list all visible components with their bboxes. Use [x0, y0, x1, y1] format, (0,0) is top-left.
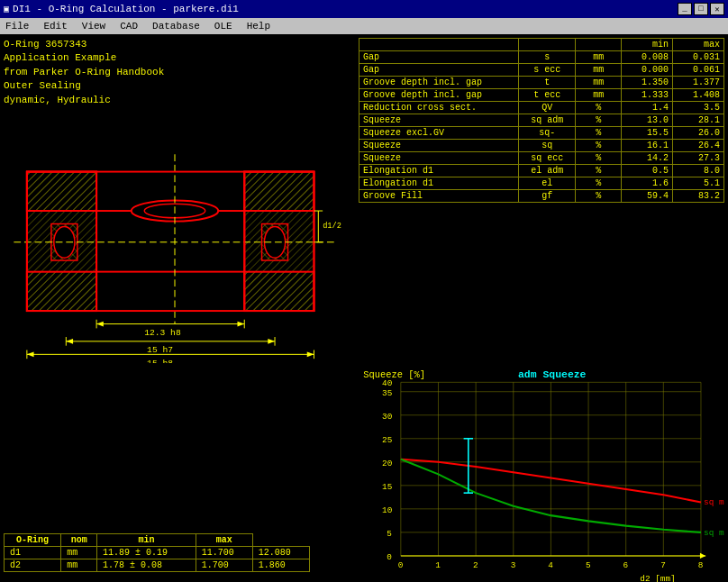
svg-marker-31 — [66, 339, 73, 344]
table-cell: mm — [576, 89, 622, 102]
table-cell: % — [576, 140, 622, 152]
info-line4: Outer Sealing — [4, 79, 355, 93]
svg-text:0: 0 — [398, 560, 404, 570]
content-area: O-Ring 3657343 Application Example from … — [0, 34, 728, 582]
table-cell: 26.4 — [673, 140, 724, 152]
table-cell: s ecc — [519, 64, 576, 77]
table-cell: QV — [519, 102, 576, 114]
oring-cell: 1.78 ± 0.08 — [97, 559, 196, 571]
title-bar-controls: _ □ ✕ — [678, 3, 724, 15]
svg-text:sq max: sq max — [704, 497, 724, 507]
svg-text:4: 4 — [548, 560, 553, 570]
table-cell: 1.350 — [622, 77, 673, 89]
svg-text:sq min: sq min — [704, 528, 724, 538]
oring-cell: d2 — [5, 559, 61, 571]
info-line5: dynamic, Hydraulic — [4, 94, 355, 107]
svg-text:d2 [mm]: d2 [mm] — [640, 574, 675, 582]
table-cell: 28.1 — [673, 114, 724, 127]
table-cell: 16.1 — [622, 140, 673, 152]
svg-marker-32 — [268, 339, 275, 344]
table-row: Groove Fillgf%59.483.2 — [359, 190, 724, 203]
table-row: Squeeze excl.GVsq-%15.526.0 — [359, 127, 724, 140]
oring-col3: min — [97, 533, 196, 546]
table-cell: Groove depth incl. gap — [359, 89, 519, 102]
table-cell: t — [519, 77, 576, 89]
table-cell: mm — [576, 64, 622, 77]
chart-section: Squeeze [%] adm Squeeze — [359, 362, 724, 582]
oring-col4: max — [196, 533, 252, 546]
oring-row: d2mm1.78 ± 0.081.7001.860 — [5, 559, 310, 571]
svg-text:Squeeze [%]: Squeeze [%] — [363, 369, 425, 380]
oring-cell: 12.080 — [252, 546, 309, 559]
maximize-button[interactable]: □ — [694, 3, 708, 15]
close-button[interactable]: ✕ — [710, 3, 724, 15]
table-cell: % — [576, 127, 622, 140]
table-cell: Gap — [359, 64, 519, 77]
table-cell: Elongation d1 — [359, 177, 519, 190]
table-cell: 1.377 — [673, 77, 724, 89]
table-cell: 1.6 — [622, 177, 673, 190]
svg-rect-3 — [27, 172, 96, 211]
right-panel: min max Gapsmm0.0080.031Gaps eccmm0.0000… — [359, 38, 724, 362]
svg-text:6: 6 — [623, 560, 629, 570]
table-cell: 0.061 — [673, 64, 724, 77]
svg-text:15  h7: 15 h7 — [147, 345, 173, 355]
table-cell: el adm — [519, 165, 576, 177]
menu-bar: File Edit View CAD Database OLE Help — [0, 18, 728, 34]
menu-edit[interactable]: Edit — [40, 20, 70, 32]
table-cell: s — [519, 51, 576, 64]
svg-marker-38 — [307, 351, 314, 357]
table-cell: 8.0 — [673, 165, 724, 177]
svg-text:15: 15 — [382, 482, 393, 492]
svg-text:30: 30 — [382, 412, 393, 422]
svg-rect-46 — [359, 363, 724, 582]
table-cell: 83.2 — [673, 190, 724, 203]
table-cell: % — [576, 165, 622, 177]
svg-marker-26 — [238, 322, 245, 327]
svg-rect-7 — [244, 272, 314, 311]
table-cell: 1.408 — [673, 89, 724, 102]
svg-text:20: 20 — [382, 459, 393, 468]
oring-cell: 1.860 — [252, 559, 309, 571]
col-max: max — [673, 39, 724, 51]
menu-cad[interactable]: CAD — [116, 20, 141, 32]
table-cell: 59.4 — [622, 190, 673, 203]
table-cell: mm — [576, 77, 622, 89]
col-min: min — [622, 39, 673, 51]
table-cell: sq adm — [519, 114, 576, 127]
svg-marker-37 — [27, 351, 34, 357]
menu-file[interactable]: File — [2, 20, 32, 32]
svg-text:10: 10 — [382, 505, 393, 515]
table-cell: 0.000 — [622, 64, 673, 77]
table-cell: Reduction cross sect. — [359, 102, 519, 114]
table-row: Squeezesq adm%13.028.1 — [359, 114, 724, 127]
menu-help[interactable]: Help — [243, 20, 274, 32]
svg-text:40: 40 — [382, 378, 393, 388]
svg-marker-25 — [96, 322, 104, 327]
table-cell: 27.3 — [673, 152, 724, 165]
table-row: Gaps eccmm0.0000.061 — [359, 64, 724, 77]
svg-text:d1/2: d1/2 — [323, 222, 341, 231]
table-cell: Elongation d1 — [359, 165, 519, 177]
oring-cell: 11.700 — [196, 546, 252, 559]
svg-text:5: 5 — [387, 529, 392, 539]
svg-text:0: 0 — [387, 552, 392, 562]
menu-ole[interactable]: OLE — [211, 20, 236, 32]
col-symbol — [519, 39, 576, 51]
table-cell: % — [576, 102, 622, 114]
oring-cell: mm — [61, 559, 97, 571]
table-row: Squeezesq%16.126.4 — [359, 140, 724, 152]
svg-text:5: 5 — [586, 560, 591, 570]
table-cell: 14.2 — [622, 152, 673, 165]
oring-table: O-Ring nom min max d1mm11.89 ± 0.1911.70… — [4, 533, 310, 572]
menu-view[interactable]: View — [78, 20, 109, 32]
minimize-button[interactable]: _ — [678, 3, 692, 15]
table-cell: Squeeze excl.GV — [359, 127, 519, 140]
table-cell: 1.4 — [622, 102, 673, 114]
table-cell: 3.5 — [673, 102, 724, 114]
info-line2: Application Example — [4, 51, 355, 65]
table-cell: 0.031 — [673, 51, 724, 64]
oring-table-section: O-Ring nom min max d1mm11.89 ± 0.1911.70… — [4, 362, 355, 582]
table-cell: sq ecc — [519, 152, 576, 165]
menu-database[interactable]: Database — [149, 20, 204, 32]
